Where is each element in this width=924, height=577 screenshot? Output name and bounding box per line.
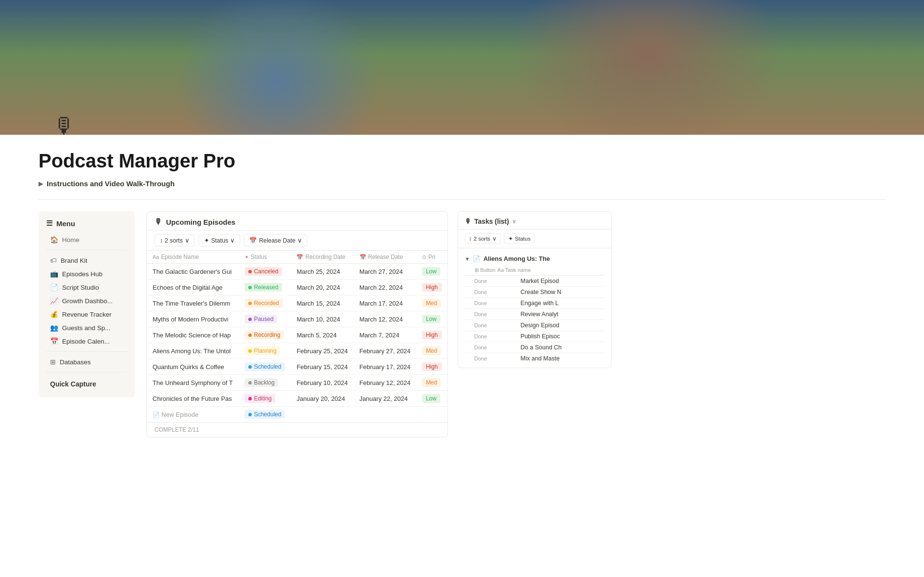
table-row[interactable]: The Unheard Symphony of T Backlog Februa… — [147, 375, 448, 391]
status-cell: Paused — [239, 311, 291, 327]
table-row[interactable]: The Melodic Science of Hap Recording Mar… — [147, 327, 448, 343]
priority-cell: Med — [416, 343, 448, 359]
sidebar-item-revenue-tracker[interactable]: 💰 Revenue Tracker — [46, 308, 127, 321]
task-name-cell: Mix and Maste — [521, 355, 560, 362]
release-date-icon: 📅 — [249, 237, 257, 244]
episode-name-cell: Chronicles of the Future Pas — [147, 391, 239, 407]
tasks-group-header[interactable]: ▼ 📄 Aliens Among Us: The — [465, 252, 604, 265]
release-date-cell: March 27, 2024 — [354, 264, 416, 280]
complete-label: COMPLETE 2/11 — [154, 426, 199, 433]
priority-cell: Med — [416, 375, 448, 391]
sidebar-item-databases[interactable]: ⊞ Databases — [46, 356, 127, 368]
tasks-panel-header: 🎙 Tasks (list) ∨ — [458, 212, 611, 230]
table-row[interactable]: Echoes of the Digital Age Released March… — [147, 280, 448, 295]
table-row[interactable]: The Galactic Gardener's Gui Canceled Mar… — [147, 264, 448, 280]
tasks-title-icon: 🎙 — [465, 218, 472, 225]
tasks-status-icon: ✦ — [508, 235, 513, 242]
task-row[interactable]: Done Create Show N — [465, 287, 604, 298]
col-label-task-name: Aa Task name — [498, 267, 531, 273]
sidebar-item-episodes-hub[interactable]: 📺 Episodes Hub — [46, 268, 127, 280]
tasks-section: ▼ 📄 Aliens Among Us: The ⊞ Button Aa Tas… — [458, 248, 611, 368]
task-row[interactable]: Done Review Analyt — [465, 309, 604, 320]
episode-name-cell: The Time Traveler's Dilemm — [147, 295, 239, 311]
release-date-cell: February 27, 2024 — [354, 343, 416, 359]
col-header-status: ✦Status — [239, 251, 291, 264]
new-episode-priority-cell — [416, 407, 448, 423]
brand-kit-icon: 🏷 — [50, 256, 57, 264]
status-cell: Scheduled — [239, 359, 291, 375]
priority-cell: Med — [416, 295, 448, 311]
new-episode-name-cell: 📄 New Episode — [147, 407, 239, 423]
tasks-sorts-button[interactable]: ↕ 2 sorts ∨ — [465, 233, 501, 244]
priority-cell: Low — [416, 264, 448, 280]
sidebar-divider-1 — [46, 250, 127, 250]
sorts-filter-button[interactable]: ↕ 2 sorts ∨ — [154, 234, 195, 246]
status-filter-icon: ✦ — [204, 237, 209, 244]
release-date-cell: March 22, 2024 — [354, 280, 416, 295]
episode-name-cell: Echoes of the Digital Age — [147, 280, 239, 295]
sidebar-item-episode-calendar[interactable]: 📅 Episode Calen... — [46, 335, 127, 347]
release-date-chevron-icon: ∨ — [297, 237, 302, 244]
new-episode-row[interactable]: 📄 New Episode Scheduled — [147, 407, 448, 423]
priority-cell: High — [416, 280, 448, 295]
sidebar-item-growth-dashboard[interactable]: 📈 Growth Dashbo... — [46, 295, 127, 307]
recording-date-cell: March 15, 2024 — [291, 295, 353, 311]
new-episode-release-date-cell — [354, 407, 416, 423]
instructions-toggle[interactable]: ▶ Instructions and Video Walk-Through — [38, 180, 886, 188]
script-studio-icon: 📄 — [50, 283, 58, 291]
sidebar-item-home[interactable]: 🏠 Home — [46, 233, 127, 246]
table-row[interactable]: Quantum Quirks & Coffee Scheduled Februa… — [147, 359, 448, 375]
col-header-episode-name: AaEpisode Name — [147, 251, 239, 264]
task-row[interactable]: Done Do a Sound Ch — [465, 342, 604, 353]
upcoming-episodes-header: 🎙 Upcoming Episodes — [147, 212, 448, 231]
status-cell: Recording — [239, 327, 291, 343]
episodes-table-header-row: AaEpisode Name ✦Status 📅Recording Date 📅… — [147, 251, 448, 264]
col-header-priority: ⊙Pri — [416, 251, 448, 264]
task-done-status: Done — [475, 345, 492, 350]
upcoming-episodes-title: 🎙 Upcoming Episodes — [154, 218, 235, 226]
sidebar-item-guests-speakers[interactable]: 👥 Guests and Sp... — [46, 321, 127, 334]
release-date-filter-button[interactable]: 📅 Release Date ∨ — [244, 234, 308, 246]
sidebar-item-brand-kit[interactable]: 🏷 Brand Kit — [46, 254, 127, 267]
episode-calendar-icon: 📅 — [50, 337, 58, 345]
tasks-sorts-icon: ↕ — [469, 236, 472, 242]
revenue-tracker-icon: 💰 — [50, 310, 58, 318]
release-date-cell: February 12, 2024 — [354, 375, 416, 391]
task-name-cell: Market Episod — [521, 278, 559, 284]
task-done-status: Done — [475, 356, 492, 361]
release-date-cell: February 17, 2024 — [354, 359, 416, 375]
table-row[interactable]: Aliens Among Us: The Untol Planning Febr… — [147, 343, 448, 359]
tasks-status-button[interactable]: ✦ Status — [504, 233, 535, 244]
episode-name-cell: Aliens Among Us: The Untol — [147, 343, 239, 359]
col-label-button: ⊞ Button — [475, 267, 496, 273]
task-done-status: Done — [475, 333, 492, 339]
col-header-release-date: 📅Release Date — [354, 251, 416, 264]
task-name-cell: Review Analyt — [521, 311, 559, 318]
tasks-group-file-icon: 📄 — [473, 255, 480, 262]
status-cell: Canceled — [239, 264, 291, 280]
table-row[interactable]: Chronicles of the Future Pas Editing Jan… — [147, 391, 448, 407]
task-row[interactable]: Done Publish Episoc — [465, 331, 604, 342]
status-cell: Editing — [239, 391, 291, 407]
task-row[interactable]: Done Design Episod — [465, 320, 604, 331]
guests-speakers-icon: 👥 — [50, 324, 58, 332]
status-cell: Recorded — [239, 295, 291, 311]
task-row[interactable]: Done Engage with L — [465, 298, 604, 309]
priority-cell: Low — [416, 391, 448, 407]
task-row[interactable]: Done Market Episod — [465, 276, 604, 287]
task-name-cell: Engage with L — [521, 300, 559, 307]
task-row[interactable]: Done Mix and Maste — [465, 353, 604, 364]
sidebar-item-script-studio[interactable]: 📄 Script Studio — [46, 281, 127, 294]
episodes-filter-bar: ↕ 2 sorts ∨ ✦ Status ∨ 📅 Release Date ∨ — [147, 231, 448, 251]
table-row[interactable]: Myths of Modern Productivi Paused March … — [147, 311, 448, 327]
table-row[interactable]: The Time Traveler's Dilemm Recorded Marc… — [147, 295, 448, 311]
sorts-icon: ↕ — [160, 237, 163, 244]
tasks-panel: 🎙 Tasks (list) ∨ ↕ 2 sorts ∨ ✦ Status — [458, 211, 612, 368]
episode-name-cell: The Galactic Gardener's Gui — [147, 264, 239, 280]
task-done-status: Done — [475, 322, 492, 328]
status-filter-button[interactable]: ✦ Status ∨ — [199, 234, 240, 246]
page-header: Podcast Manager Pro ▶ Instructions and V… — [0, 135, 924, 199]
button-col-icon: ⊞ — [475, 267, 479, 273]
recording-date-cell: January 20, 2024 — [291, 391, 353, 407]
new-episode-status-cell: Scheduled — [239, 407, 291, 423]
